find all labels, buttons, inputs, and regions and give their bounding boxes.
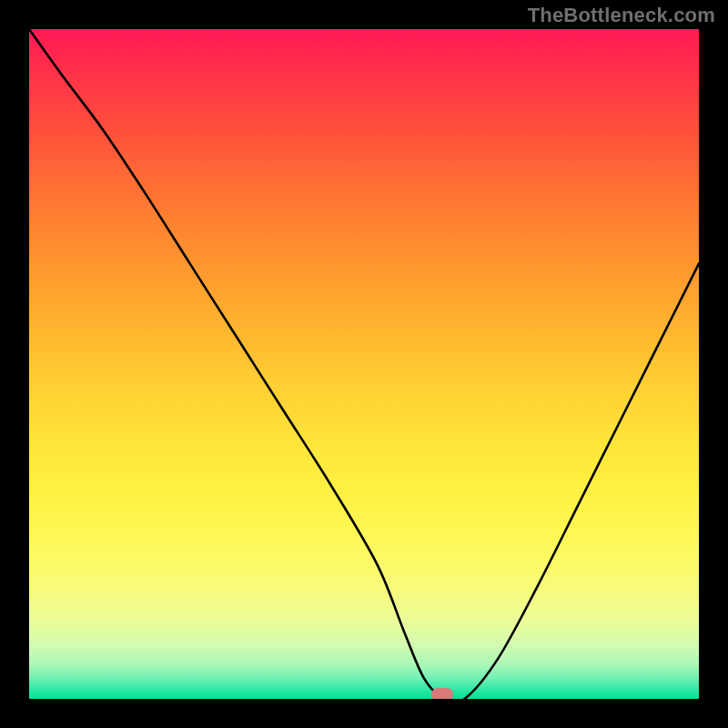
chart-frame: TheBottleneck.com — [0, 0, 728, 728]
watermark-text: TheBottleneck.com — [528, 4, 715, 27]
optimal-marker — [431, 688, 453, 699]
plot-area — [29, 29, 699, 699]
bottleneck-curve — [29, 29, 699, 699]
